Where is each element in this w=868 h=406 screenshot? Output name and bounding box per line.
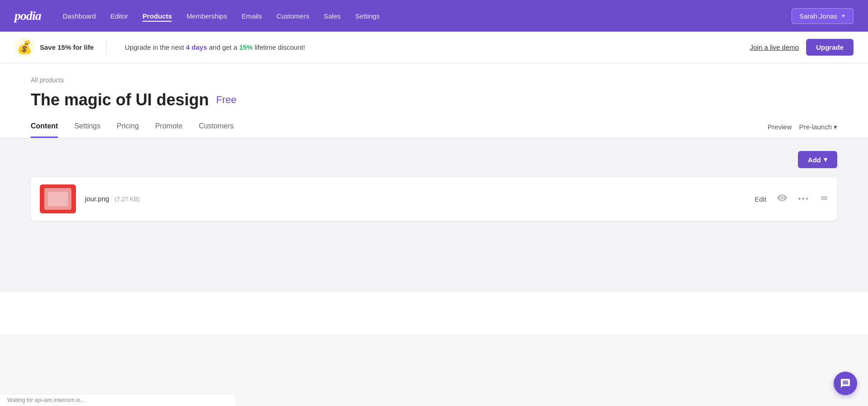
more-dots-icon: ••• xyxy=(798,194,809,203)
banner-pct: 15% xyxy=(239,43,253,51)
breadcrumb-link[interactable]: All products xyxy=(31,76,64,84)
file-edit-button[interactable]: Edit xyxy=(755,195,766,203)
tabs-row: Content Settings Pricing Promote Custome… xyxy=(0,109,868,138)
tabs-right-actions: Preview Pre-launch ▾ xyxy=(768,123,837,137)
file-move-button[interactable] xyxy=(820,194,828,204)
file-actions: Edit ••• xyxy=(755,194,828,204)
file-size: (7.27 KB) xyxy=(115,196,140,203)
file-thumb-inner xyxy=(44,188,71,210)
pre-launch-chevron: ▾ xyxy=(834,123,837,131)
banner-days: 4 days xyxy=(186,43,207,51)
nav-link-settings[interactable]: Settings xyxy=(355,10,379,22)
banner-bold-text: Save 15% for life xyxy=(40,43,94,51)
file-visibility-button[interactable] xyxy=(777,194,787,204)
product-title: The magic of UI design xyxy=(31,90,209,109)
nav-link-editor[interactable]: Editor xyxy=(110,10,128,22)
file-name: jour.png xyxy=(85,195,109,203)
demo-link[interactable]: Join a live demo xyxy=(750,43,799,51)
nav-link-memberships[interactable]: Memberships xyxy=(186,10,227,22)
banner-mid-text: and get a xyxy=(207,43,239,51)
banner-divider xyxy=(106,40,107,55)
product-title-row: The magic of UI design Free xyxy=(0,84,868,109)
add-button[interactable]: Add ▾ xyxy=(798,151,837,168)
preview-button[interactable]: Preview xyxy=(768,123,792,131)
file-card: jour.png (7.27 KB) Edit ••• xyxy=(31,177,837,221)
nav-link-dashboard[interactable]: Dashboard xyxy=(63,10,96,22)
nav-link-customers[interactable]: Customers xyxy=(276,10,309,22)
tab-settings[interactable]: Settings xyxy=(74,122,100,138)
tab-customers[interactable]: Customers xyxy=(199,122,234,138)
banner-message: Upgrade in the next 4 days and get a 15%… xyxy=(125,43,305,51)
add-chevron: ▾ xyxy=(824,156,827,164)
file-info: jour.png (7.27 KB) xyxy=(85,195,140,203)
tab-content[interactable]: Content xyxy=(31,122,58,138)
nav-link-emails[interactable]: Emails xyxy=(241,10,262,22)
user-menu-chevron: ▼ xyxy=(841,13,846,19)
nav-links: Dashboard Editor Products Memberships Em… xyxy=(63,10,792,22)
banner-pre-text: Upgrade in the next xyxy=(125,43,186,51)
banner-post-text: lifetime discount! xyxy=(253,43,305,51)
add-label: Add xyxy=(808,156,821,164)
banner-emoji: 💰 xyxy=(14,38,34,57)
content-area: Add ▾ jour.png (7.27 KB) Edit xyxy=(0,138,868,292)
nav-link-products[interactable]: Products xyxy=(142,10,172,22)
navbar: podia Dashboard Editor Products Membersh… xyxy=(0,0,868,32)
user-name: Sarah Jonas xyxy=(799,12,837,20)
promo-banner: 💰 Save 15% for life Upgrade in the next … xyxy=(0,32,868,63)
logo[interactable]: podia xyxy=(14,9,41,23)
tab-pricing[interactable]: Pricing xyxy=(117,122,139,138)
file-thumbnail xyxy=(40,184,76,213)
nav-link-sales[interactable]: Sales xyxy=(324,10,341,22)
file-more-button[interactable]: ••• xyxy=(798,194,809,204)
add-btn-row: Add ▾ xyxy=(31,138,837,177)
upgrade-button[interactable]: Upgrade xyxy=(806,39,854,56)
pre-launch-button[interactable]: Pre-launch ▾ xyxy=(799,123,837,131)
pre-launch-label: Pre-launch xyxy=(799,123,832,131)
banner-right: Join a live demo Upgrade xyxy=(750,39,854,56)
tab-promote[interactable]: Promote xyxy=(155,122,182,138)
user-menu-button[interactable]: Sarah Jonas ▼ xyxy=(792,8,854,24)
breadcrumb-area: All products xyxy=(0,63,868,84)
product-badge: Free xyxy=(216,94,236,106)
main-content: All products The magic of UI design Free… xyxy=(0,63,868,335)
